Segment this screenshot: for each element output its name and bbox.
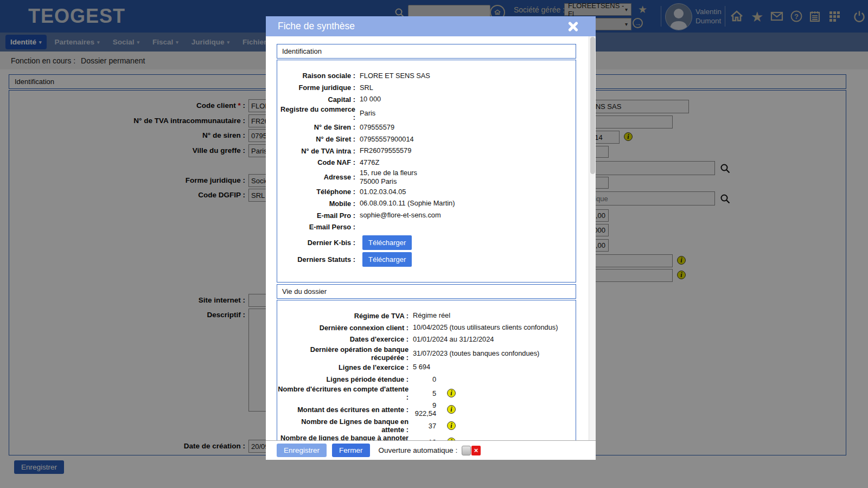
modal-row-label: Nombre d'écritures en compte d'attente — [277, 385, 411, 401]
modal-row-value: Régime réel — [411, 311, 450, 320]
modal-row-value: 06.08.09.10.11 (Sophie Martin) — [358, 199, 455, 208]
modal-row-number: 5 — [411, 389, 436, 397]
modal-row-label: Derniers Statuts — [277, 255, 358, 264]
identification-box: Raison socialeFLORE ET SENS SASForme jur… — [277, 60, 576, 282]
modal-row-label: E-mail Pro — [277, 211, 358, 220]
fiche-synthese-modal: Fiche de synthèse Identification Raison … — [266, 16, 596, 460]
modal-row: Dernière connexion client10/04/2025 (tou… — [277, 322, 576, 333]
modal-row: Lignes période étendue0 — [277, 373, 576, 385]
info-icon[interactable]: i — [447, 421, 456, 430]
modal-row-label: Montant des écritures en attente — [277, 406, 411, 414]
modal-section-identification: Identification — [277, 44, 576, 59]
modal-row: Nombre de Lignes de banque en attente37i — [277, 418, 576, 434]
modal-row: E-mail Perso — [277, 221, 576, 233]
modal-save-button[interactable]: Enregistrer — [277, 444, 327, 457]
modal-row-label: Nombre de lignes de banque à annoter — [277, 434, 411, 440]
modal-row-value: 10/04/2025 (tous utilisateurs clients co… — [411, 323, 558, 332]
modal-row: Dernier K-bisTélécharger — [277, 235, 576, 250]
modal-row-value: sophie@flore-et-sens.com — [358, 211, 441, 220]
modal-row-label: N° de TVA intra — [277, 147, 358, 155]
modal-row-label: Dernier K-bis — [277, 239, 358, 247]
modal-row: Forme juridiqueSRL — [277, 82, 576, 94]
modal-row-value: Paris — [358, 109, 375, 118]
modal-row: Téléphone01.02.03.04.05 — [277, 186, 576, 198]
modal-row-label: Adresse — [277, 173, 358, 181]
modal-row: Derniers StatutsTélécharger — [277, 252, 576, 267]
modal-section-vie-du-dossier: Vie du dossier — [277, 284, 576, 299]
modal-close-button[interactable]: Fermer — [332, 444, 370, 457]
modal-row-label: Capital — [277, 95, 358, 104]
toggle-off-x-icon: × — [471, 446, 481, 455]
auto-open-label: Ouverture automatique — [379, 446, 458, 454]
modal-row: N° de TVA intraFR26079555579 — [277, 145, 576, 157]
modal-footer: Enregistrer Fermer Ouverture automatique… — [266, 440, 596, 460]
modal-row-label: Code NAF — [277, 158, 358, 166]
modal-row-value: 01.02.03.04.05 — [358, 188, 406, 196]
modal-title-bar: Fiche de synthèse — [266, 16, 596, 36]
modal-row: Registre du commerceParis — [277, 105, 576, 121]
modal-row-number: 9 922,54 — [411, 401, 436, 418]
modal-row: Nombre de lignes de banque à annoter12i — [277, 434, 576, 440]
toggle-knob[interactable] — [462, 446, 471, 455]
download-button[interactable]: Télécharger — [362, 252, 412, 267]
modal-row: Montant des écritures en attente9 922,54… — [277, 401, 576, 418]
scrollbar-thumb[interactable] — [590, 37, 595, 174]
modal-scrollbar[interactable] — [589, 36, 596, 440]
vie-du-dossier-box: Régime de TVARégime réelDernière connexi… — [277, 300, 576, 440]
modal-row-label: Nombre de Lignes de banque en attente — [277, 418, 411, 434]
modal-row: Adresse15, rue de la fleurs 75000 Paris — [277, 169, 576, 186]
modal-row-label: Lignes période étendue — [277, 375, 411, 383]
download-button[interactable]: Télécharger — [362, 235, 412, 250]
modal-title: Fiche de synthèse — [278, 21, 355, 32]
modal-row-value: 5 694 — [411, 363, 430, 371]
modal-row: Raison socialeFLORE ET SENS SAS — [277, 70, 576, 82]
modal-row: Capital10 000 — [277, 93, 576, 105]
modal-row-label: Régime de TVA — [277, 312, 411, 320]
modal-body: Identification Raison socialeFLORE ET SE… — [266, 36, 589, 440]
modal-row: Lignes de l'exercice5 694 — [277, 362, 576, 374]
modal-row-label: Téléphone — [277, 188, 358, 196]
close-icon[interactable] — [567, 21, 578, 32]
modal-row: Mobile06.08.09.10.11 (Sophie Martin) — [277, 198, 576, 210]
modal-row-value: SRL — [358, 84, 373, 92]
modal-row-label: E-mail Perso — [277, 223, 358, 231]
modal-row-label: Mobile — [277, 200, 358, 208]
modal-row-number: 0 — [411, 375, 436, 383]
modal-row: Nombre d'écritures en compte d'attente5i — [277, 385, 576, 401]
modal-row-label: Dates d'exercice — [277, 335, 411, 343]
info-icon[interactable]: i — [447, 389, 456, 397]
modal-row-value: 15, rue de la fleurs 75000 Paris — [358, 169, 417, 186]
app-window: TEOGEST Société gérée FLOREETSENS - Fl▾ … — [0, 0, 868, 488]
modal-row-label: Lignes de l'exercice — [277, 363, 411, 371]
modal-row-value: FR26079555579 — [358, 146, 411, 155]
modal-row-label: N° de Siren — [277, 123, 358, 131]
modal-row-label: Raison sociale — [277, 72, 358, 80]
modal-row-label: Dernière opération de banque récupérée — [277, 345, 411, 362]
modal-row: Dernière opération de banque récupérée31… — [277, 345, 576, 362]
modal-row: Régime de TVARégime réel — [277, 310, 576, 322]
modal-row: Dates d'exercice01/01/2024 au 31/12/2024 — [277, 333, 576, 345]
modal-row-label: Dernière connexion client — [277, 324, 411, 332]
modal-row-value: 07955557900014 — [358, 135, 414, 144]
modal-row-value: 10 000 — [358, 95, 381, 104]
modal-row-value: 01/01/2024 au 31/12/2024 — [411, 335, 494, 344]
modal-row: Code NAF4776Z — [277, 157, 576, 169]
auto-open-toggle[interactable]: × — [462, 446, 481, 455]
modal-row: E-mail Prosophie@flore-et-sens.com — [277, 209, 576, 221]
modal-row-label: Registre du commerce — [277, 105, 358, 121]
modal-row-value: 4776Z — [358, 158, 379, 167]
info-icon[interactable]: i — [447, 405, 456, 414]
modal-row-label: N° de Siret — [277, 135, 358, 143]
modal-row-label: Forme juridique — [277, 84, 358, 92]
modal-row: N° de Siret07955557900014 — [277, 133, 576, 145]
modal-row-number: 37 — [411, 422, 436, 430]
modal-row-value: FLORE ET SENS SAS — [358, 72, 430, 80]
modal-row: N° de Siren079555579 — [277, 121, 576, 133]
modal-row-value: 31/07/2023 (toutes banques confondues) — [411, 349, 539, 358]
modal-row-value: 079555579 — [358, 123, 394, 132]
